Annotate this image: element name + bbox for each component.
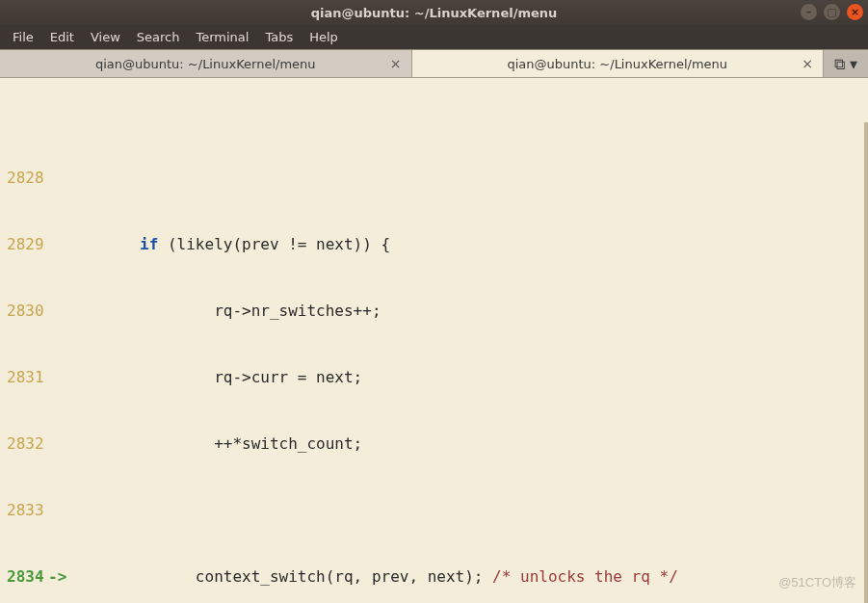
- comment: /* unlocks the rq */: [492, 567, 678, 586]
- tab-0-close-icon[interactable]: ×: [390, 56, 402, 71]
- tab-strip: qian@ubuntu: ~/LinuxKernel/menu × qian@u…: [0, 49, 868, 78]
- maximize-button[interactable]: ▢: [824, 4, 840, 20]
- tab-1-label: qian@ubuntu: ~/LinuxKernel/menu: [507, 57, 727, 71]
- tab-overflow-icon: ⧉ ▾: [834, 55, 857, 73]
- menu-edit[interactable]: Edit: [43, 30, 81, 44]
- code-row: 2831 rq->curr = next;: [0, 366, 864, 388]
- code-row: 2828: [0, 167, 864, 189]
- tab-1-close-icon[interactable]: ×: [802, 56, 813, 71]
- line-number: 2830: [0, 300, 48, 322]
- tab-0-label: qian@ubuntu: ~/LinuxKernel/menu: [95, 57, 316, 71]
- line-number: 2833: [0, 499, 48, 521]
- line-number: 2829: [0, 233, 48, 255]
- code-row: 2833: [0, 499, 864, 521]
- code-row: 2832 ++*switch_count;: [0, 433, 864, 455]
- code-row: 2829 if (likely(prev != next)) {: [0, 233, 864, 255]
- code-text: rq->nr_switches++;: [66, 300, 381, 322]
- menu-terminal[interactable]: Terminal: [189, 30, 255, 44]
- minimize-button[interactable]: –: [801, 4, 817, 20]
- line-number: 2831: [0, 366, 48, 388]
- code-text: ++*switch_count;: [66, 433, 362, 455]
- code-text: context_switch(rq, prev, next); /* unloc…: [66, 565, 678, 588]
- line-number: 2828: [0, 167, 48, 189]
- menu-view[interactable]: View: [84, 30, 127, 44]
- keyword-if: if: [140, 235, 158, 253]
- terminal-view[interactable]: 2828 2829 if (likely(prev != next)) { 28…: [0, 78, 868, 603]
- tab-0[interactable]: qian@ubuntu: ~/LinuxKernel/menu ×: [0, 50, 412, 77]
- window-title: qian@ubuntu: ~/LinuxKernel/menu: [311, 6, 558, 20]
- code-row-current: 2834-> context_switch(rq, prev, next); /…: [0, 565, 864, 588]
- code-text: if (likely(prev != next)) {: [66, 233, 390, 255]
- line-number: 2832: [0, 433, 48, 455]
- window-titlebar: qian@ubuntu: ~/LinuxKernel/menu – ▢ ×: [0, 0, 868, 25]
- tab-1[interactable]: qian@ubuntu: ~/LinuxKernel/menu ×: [412, 50, 825, 77]
- menubar: File Edit View Search Terminal Tabs Help: [0, 25, 868, 49]
- menu-file[interactable]: File: [6, 30, 40, 44]
- menu-help[interactable]: Help: [302, 30, 345, 44]
- close-button[interactable]: ×: [847, 4, 863, 20]
- code-text: rq->curr = next;: [66, 366, 362, 388]
- window-buttons: – ▢ ×: [801, 4, 863, 20]
- menu-tabs[interactable]: Tabs: [258, 30, 300, 44]
- source-pane: 2828 2829 if (likely(prev != next)) { 28…: [0, 122, 868, 603]
- tab-overflow-button[interactable]: ⧉ ▾: [824, 50, 868, 77]
- line-number-current: 2834: [0, 565, 48, 588]
- code-row: 2830 rq->nr_switches++;: [0, 300, 864, 322]
- execution-arrow-icon: ->: [48, 565, 66, 588]
- menu-search[interactable]: Search: [130, 30, 187, 44]
- watermark: @51CTO博客: [778, 571, 856, 593]
